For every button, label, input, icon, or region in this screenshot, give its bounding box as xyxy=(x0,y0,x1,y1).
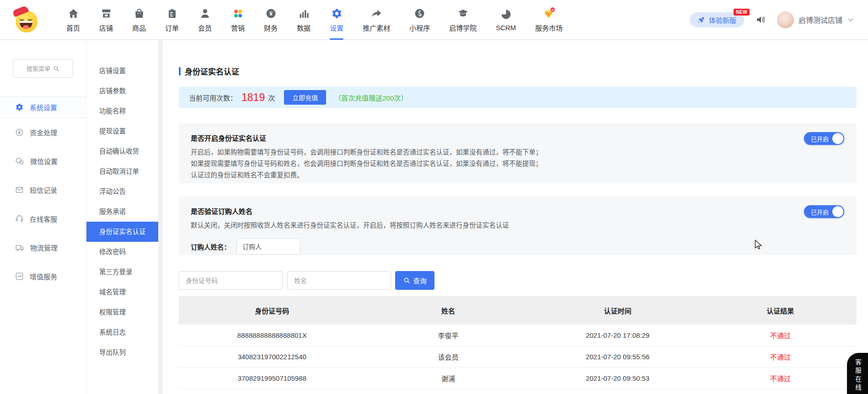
table-header-row: 身份证号码 姓名 认证时间 认证结果 xyxy=(179,296,857,325)
submenu-item[interactable]: 功能名称 xyxy=(86,101,158,121)
top-header: 首页 店铺 商品 订单 会员 营销 ¥ 财务 数据 xyxy=(0,0,868,40)
gear-icon xyxy=(15,103,24,112)
submenu-item[interactable]: 提现设置 xyxy=(86,121,158,141)
submenu-item-label: 服务承诺 xyxy=(99,208,126,215)
envelope-icon xyxy=(15,186,24,194)
quota-unit: 次 xyxy=(268,93,275,102)
nav-marketing[interactable]: 营销 xyxy=(221,0,254,40)
submenu-item[interactable]: 浮动公告 xyxy=(86,181,158,202)
graduation-cap-icon xyxy=(457,7,469,20)
buyer-name-input[interactable] xyxy=(236,238,300,255)
query-button[interactable]: 查询 xyxy=(395,271,434,290)
name-search-input[interactable] xyxy=(287,271,391,290)
submenu-item-label: 功能名称 xyxy=(99,107,126,115)
cell-auth-time: 2021-07-20 09:50:53 xyxy=(531,374,704,382)
col-header-name: 姓名 xyxy=(365,306,531,315)
speaker-icon[interactable] xyxy=(755,14,766,25)
nav-data[interactable]: 数据 xyxy=(287,0,320,40)
submenu-item[interactable]: 第三方登录 xyxy=(86,262,158,282)
nav-shop[interactable]: 店铺 xyxy=(90,0,123,40)
submenu-item-label: 提现设置 xyxy=(99,128,126,135)
sidebar-item-sms[interactable]: 短信记录 xyxy=(0,176,86,204)
submenu-item[interactable]: 店铺参数 xyxy=(86,81,158,101)
nav-members[interactable]: 会员 xyxy=(188,0,221,40)
account-menu[interactable]: 启博测试店铺 xyxy=(777,11,854,28)
nav-label: 首页 xyxy=(66,23,80,32)
marketing-dots-icon xyxy=(232,7,244,20)
trend-chart-icon xyxy=(15,272,24,281)
col-header-time: 认证时间 xyxy=(531,306,704,315)
submenu-item[interactable]: 权限管理 xyxy=(86,302,158,322)
page-title: 身份证实名认证 xyxy=(179,65,868,77)
recharge-button[interactable]: 立即充值 xyxy=(284,90,326,105)
customer-service-label: 客服在线 xyxy=(853,359,862,394)
gem-icon: H xyxy=(543,7,555,20)
title-accent-bar xyxy=(179,67,181,75)
sidebar-item-online-service[interactable]: 在线客服 xyxy=(0,204,86,233)
header-right: 体验新版 NEW 启博测试店铺 xyxy=(690,11,868,28)
main-panel: 身份证实名认证 当前可用次数： 1819 次 立即充值 （首次充值赠送200次）… xyxy=(163,40,868,394)
menu-search-input[interactable]: 搜索菜单 xyxy=(13,59,73,78)
sidebar-item-logistics[interactable]: 物流管理 xyxy=(0,233,86,262)
avatar xyxy=(777,11,794,28)
nav-settings[interactable]: 设置 xyxy=(320,0,353,40)
cell-id-number: 88888888888888801X xyxy=(179,331,365,339)
query-button-label: 查询 xyxy=(413,276,427,285)
nav-home[interactable]: 首页 xyxy=(57,0,90,40)
sidebar-item-label: 短信记录 xyxy=(30,185,57,195)
try-new-label: 体验新版 xyxy=(709,15,736,25)
sidebar-item-wechat[interactable]: 微信设置 xyxy=(0,147,86,176)
id-number-search-input[interactable] xyxy=(179,271,283,290)
submenu-item[interactable]: 修改密码 xyxy=(86,242,158,262)
shopping-bag-icon xyxy=(134,7,145,20)
submenu-item[interactable]: 自动取消订单 xyxy=(86,161,158,181)
try-new-version-button[interactable]: 体验新版 NEW xyxy=(690,12,744,27)
nav-orders[interactable]: 订单 xyxy=(155,0,188,40)
nav-academy[interactable]: 启博学院 xyxy=(439,0,486,40)
sidebar-item-label: 在线客服 xyxy=(30,214,57,224)
nav-scrm[interactable]: SCRM xyxy=(486,0,525,40)
submenu-item[interactable]: 导出队列 xyxy=(86,342,158,362)
toggle-label: 已开启 xyxy=(811,208,829,216)
toggle-knob xyxy=(832,206,843,217)
submenu-item[interactable]: 身份证实名认证 xyxy=(86,222,158,242)
svg-text:H: H xyxy=(552,7,554,11)
id-auth-toggle[interactable]: 已开启 xyxy=(804,132,844,145)
submenu-item[interactable]: 自动确认收货 xyxy=(86,141,158,161)
search-icon xyxy=(53,65,59,72)
submenu-item[interactable]: 服务承诺 xyxy=(86,202,158,222)
app-logo[interactable] xyxy=(13,6,40,33)
submenu-item[interactable]: 系统日志 xyxy=(86,322,158,342)
col-header-result: 认证结果 xyxy=(704,306,857,315)
submenu-item-label: 修改密码 xyxy=(99,248,126,256)
primary-sidebar: 搜索菜单 系统设置 资金处理 微信设置 短信记录 在线客服 物流管理 xyxy=(0,40,86,394)
buyer-name-field-row: 订购人姓名： xyxy=(191,238,845,255)
new-badge: NEW xyxy=(734,9,750,16)
toggle-knob xyxy=(832,133,843,144)
nav-promo-material[interactable]: 推广素材 xyxy=(353,0,400,40)
auth-records-table: 身份证号码 姓名 认证时间 认证结果 88888888888888801X 李俊… xyxy=(179,296,857,389)
nav-miniprogram[interactable]: 小程序 xyxy=(400,0,439,40)
nav-label: 启博学院 xyxy=(449,23,477,32)
menu-search-placeholder: 搜索菜单 xyxy=(27,64,50,73)
nav-service-market[interactable]: H 服务市场 xyxy=(525,0,572,40)
shop-name: 启博测试店铺 xyxy=(798,14,842,25)
id-auth-desc-line: 如果提现需要填写身份证号码和姓名，也会调用接口判断身份证和姓名是否通过实名认证，… xyxy=(191,158,845,170)
customer-service-badge[interactable]: 客服在线 xyxy=(847,353,868,394)
sidebar-item-value-added[interactable]: 增值服务 xyxy=(0,262,86,291)
submenu-item-label: 第三方登录 xyxy=(99,268,133,276)
sidebar-item-funds[interactable]: 资金处理 xyxy=(0,118,86,147)
submenu-item[interactable]: 店铺设置 xyxy=(86,61,158,81)
submenu-item[interactable]: 域名管理 xyxy=(86,282,158,302)
sidebar-item-label: 物流管理 xyxy=(30,243,58,252)
submenu-item-label: 浮动公告 xyxy=(99,188,126,195)
share-arrow-icon xyxy=(371,7,382,20)
nav-label: 服务市场 xyxy=(535,23,563,32)
nav-goods[interactable]: 商品 xyxy=(123,0,155,40)
record-search-row: 查询 xyxy=(179,271,857,290)
buyer-name-toggle[interactable]: 已开启 xyxy=(804,205,844,218)
storefront-icon xyxy=(101,7,112,20)
nav-finance[interactable]: ¥ 财务 xyxy=(254,0,287,40)
cell-auth-time: 2021-07-20 09:55:56 xyxy=(531,353,704,361)
sidebar-item-system-settings[interactable]: 系统设置 xyxy=(0,97,86,118)
